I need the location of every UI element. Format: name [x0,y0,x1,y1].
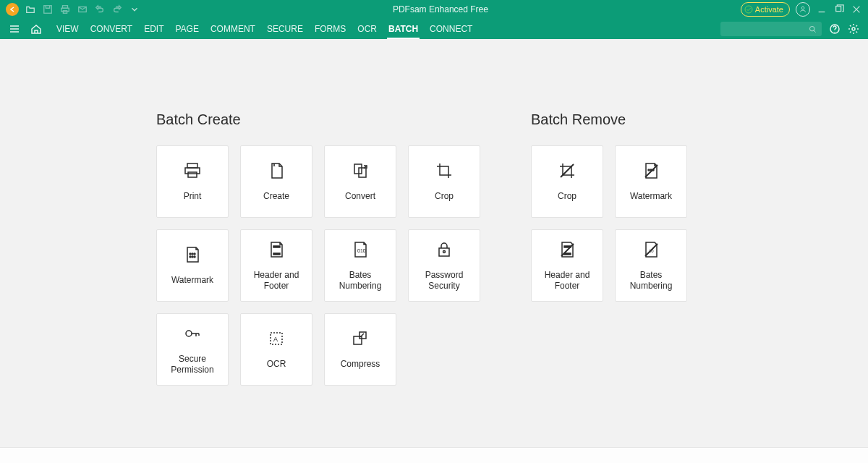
card-label: Password Security [412,270,477,292]
crop-remove-icon [558,161,576,182]
bates-remove-icon: 10 [642,240,660,261]
menu-item-edit[interactable]: EDIT [144,20,163,38]
batch-create-ocr[interactable]: AOCR [240,313,312,386]
search-icon [808,25,817,34]
print-icon [183,161,202,182]
batch-remove-header-and-footer[interactable]: Header and Footer [531,229,603,302]
svg-text:A: A [273,336,278,343]
status-bar [0,447,868,463]
batch-create-compress[interactable]: Compress [324,313,396,386]
menu-item-ocr[interactable]: OCR [357,20,377,38]
svg-rect-12 [185,168,200,174]
menu-item-forms[interactable]: FORMS [315,20,346,38]
svg-point-27 [186,331,192,336]
menu-item-secure[interactable]: SECURE [267,20,303,38]
batch-remove-title: Batch Remove [531,111,687,128]
batch-create-secure-permission[interactable]: Secure Permission [156,313,229,386]
svg-point-33 [648,169,650,171]
menu-item-convert[interactable]: CONVERT [90,20,132,38]
batch-create-section: Batch Create PrintCreateConvertCropWater… [156,111,480,386]
card-label: Compress [341,359,380,370]
home-icon[interactable] [30,23,42,35]
minimize-icon[interactable] [816,4,827,15]
batch-remove-bates-numbering[interactable]: 10Bates Numbering [615,229,687,302]
svg-point-18 [194,253,195,255]
headerfooter-remove-icon [558,240,576,261]
card-label: Create [263,191,289,202]
svg-point-8 [809,26,814,31]
redo-icon[interactable] [111,4,123,15]
menu-item-connect[interactable]: CONNECT [430,20,472,38]
batch-create-header-and-footer[interactable]: Header and Footer [240,229,312,302]
card-label: Watermark [171,275,213,286]
maximize-icon[interactable] [833,4,845,15]
mail-icon[interactable] [77,4,88,15]
batch-create-watermark[interactable]: Watermark [156,229,229,302]
svg-point-26 [443,250,446,252]
svg-text:010: 010 [357,248,366,253]
menu-item-batch[interactable]: BATCH [388,20,418,38]
print-icon[interactable] [59,4,71,15]
batch-create-bates-numbering[interactable]: 010Bates Numbering [324,229,396,302]
card-label: Convert [345,191,375,202]
card-label: Crop [435,191,454,202]
svg-point-19 [190,256,191,258]
card-label: Crop [558,191,576,202]
content-area: Batch Create PrintCreateConvertCropWater… [0,39,868,447]
help-icon[interactable] [829,23,841,35]
close-icon[interactable] [851,4,862,15]
batch-create-title: Batch Create [156,111,480,128]
chevron-down-icon[interactable] [129,4,140,15]
batch-remove-watermark[interactable]: Watermark [615,145,687,218]
svg-point-17 [192,253,193,255]
menu-bar: VIEWCONVERTEDITPAGECOMMENTSECUREFORMSOCR… [0,19,868,39]
app-title: PDFsam Enhanced Free [140,4,741,14]
svg-rect-15 [359,168,366,177]
hamburger-icon[interactable] [9,23,20,35]
svg-point-16 [190,253,191,255]
batch-remove-crop[interactable]: Crop [531,145,603,218]
batch-remove-section: Batch Remove CropWatermarkHeader and Foo… [531,111,687,386]
svg-rect-22 [273,246,280,247]
card-label: Bates Numbering [618,270,684,292]
svg-rect-0 [44,6,52,14]
permission-icon [183,324,202,345]
card-label: Bates Numbering [328,270,393,292]
open-icon[interactable] [25,4,36,15]
batch-create-password-security[interactable]: Password Security [408,229,480,302]
svg-point-6 [801,7,804,9]
check-circle-icon [744,5,753,14]
card-label: Watermark [630,191,672,202]
save-icon[interactable] [42,4,54,15]
svg-rect-30 [354,336,362,344]
card-label: Secure Permission [160,354,225,375]
undo-icon[interactable] [94,4,106,15]
activate-label: Activate [755,5,783,14]
svg-rect-14 [354,164,362,174]
svg-rect-11 [187,163,197,168]
headerfooter-icon [267,240,286,261]
search-input[interactable] [720,22,822,36]
menu-item-page[interactable]: PAGE [175,20,198,38]
batch-create-convert[interactable]: Convert [324,145,396,218]
menu-item-comment[interactable]: COMMENT [210,20,255,38]
svg-line-36 [645,165,658,177]
card-label: Print [184,191,202,202]
user-icon[interactable] [796,2,810,17]
title-bar: PDFsam Enhanced Free Activate [0,0,868,19]
gear-icon[interactable] [848,23,859,35]
svg-rect-13 [188,172,197,177]
batch-create-create[interactable]: Create [240,145,312,218]
svg-rect-3 [63,11,67,14]
batch-create-print[interactable]: Print [156,145,229,218]
menu-item-view[interactable]: VIEW [56,20,79,38]
svg-point-21 [194,256,195,258]
app-logo-icon [6,3,19,16]
watermark-remove-icon [642,161,660,182]
activate-button[interactable]: Activate [741,2,790,17]
batch-create-crop[interactable]: Crop [408,145,480,218]
svg-point-10 [852,27,855,30]
svg-line-41 [645,244,658,256]
watermark-icon [183,245,202,266]
card-label: Header and Footer [535,270,600,292]
